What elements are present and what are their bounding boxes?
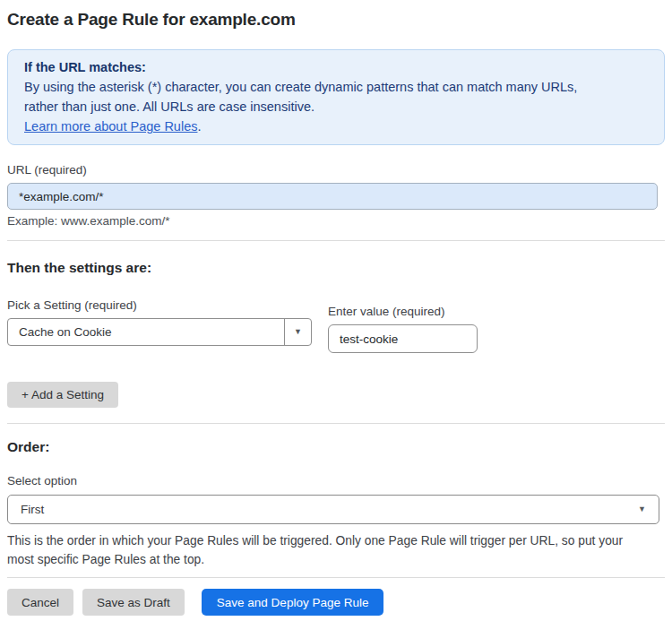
learn-more-link[interactable]: Learn more about Page Rules — [24, 119, 197, 134]
save-as-draft-button[interactable]: Save as Draft — [82, 589, 185, 616]
order-select-label: Select option — [7, 474, 665, 488]
url-match-info-box: If the URL matches: By using the asteris… — [7, 49, 665, 145]
order-section-heading: Order: — [7, 439, 665, 455]
info-box-text-line: By using the asterisk (*) character, you… — [24, 77, 648, 97]
divider — [7, 423, 665, 424]
setting-picker-label: Pick a Setting (required) — [7, 298, 312, 313]
info-box-text-line: rather than just one. All URLs are case … — [24, 97, 648, 116]
info-box-heading: If the URL matches: — [24, 57, 648, 77]
order-select-dropdown[interactable]: First ▼ — [7, 495, 659, 524]
save-and-deploy-button[interactable]: Save and Deploy Page Rule — [202, 589, 384, 616]
page-title: Create a Page Rule for example.com — [7, 10, 665, 29]
setting-picker-selected-value: Cache on Cookie — [8, 319, 284, 345]
order-selected-value: First — [21, 503, 638, 516]
url-field-label: URL (required) — [7, 163, 665, 177]
order-helper-text: This is the order in which your Page Rul… — [7, 531, 665, 569]
order-helper-line: most specific Page Rules at the top. — [7, 550, 665, 569]
footer-button-row: Cancel Save as Draft Save and Deploy Pag… — [7, 589, 665, 616]
setting-picker-group: Pick a Setting (required) Cache on Cooki… — [7, 298, 312, 346]
setting-value-group: Enter value (required) — [328, 305, 478, 353]
divider — [7, 240, 665, 241]
setting-value-input[interactable] — [328, 324, 478, 353]
setting-value-label: Enter value (required) — [328, 305, 478, 319]
setting-picker-dropdown[interactable]: Cache on Cookie ▼ — [7, 318, 312, 346]
add-setting-button[interactable]: + Add a Setting — [7, 382, 118, 408]
url-example-helper: Example: www.example.com/* — [7, 214, 665, 229]
order-helper-line: This is the order in which your Page Rul… — [7, 531, 665, 550]
setting-picker-caret-button[interactable]: ▼ — [284, 319, 311, 345]
chevron-down-icon: ▼ — [294, 328, 302, 336]
divider — [7, 577, 665, 578]
info-link-line: Learn more about Page Rules. — [24, 116, 648, 136]
settings-row: Pick a Setting (required) Cache on Cooki… — [7, 298, 665, 353]
settings-section-heading: Then the settings are: — [7, 260, 665, 276]
page-rule-form: Create a Page Rule for example.com If th… — [0, 0, 672, 616]
chevron-down-icon: ▼ — [638, 505, 646, 513]
link-suffix: . — [197, 119, 201, 134]
cancel-button[interactable]: Cancel — [7, 589, 73, 616]
url-input[interactable] — [7, 183, 658, 210]
